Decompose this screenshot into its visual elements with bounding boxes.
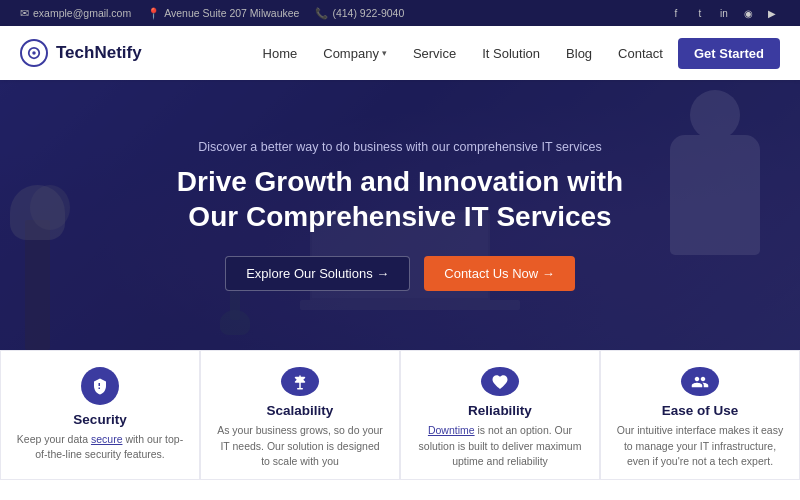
nav-home[interactable]: Home — [252, 40, 309, 67]
svg-point-1 — [32, 51, 36, 55]
heart-icon — [491, 373, 509, 391]
feature-ease-of-use: Ease of Use Our intuitive interface make… — [600, 350, 800, 480]
hero-title-line1: Drive Growth and Innovation with — [177, 166, 623, 197]
email-info: ✉ example@gmail.com — [20, 7, 131, 19]
reliability-desc: Downtime is not an option. Our solution … — [415, 423, 585, 469]
youtube-icon[interactable]: ▶ — [764, 5, 780, 21]
top-bar-left: ✉ example@gmail.com 📍 Avenue Suite 207 M… — [20, 7, 404, 20]
feature-scalability: Scalability As your business grows, so d… — [200, 350, 400, 480]
logo-icon — [20, 39, 48, 67]
logo-text: TechNetify — [56, 43, 142, 63]
logo: TechNetify — [20, 39, 142, 67]
nav-links: Home Company ▾ Service It Solution Blog … — [252, 38, 780, 69]
security-link[interactable]: secure — [91, 433, 123, 445]
downtime-link[interactable]: Downtime — [428, 424, 475, 436]
ease-of-use-title: Ease of Use — [662, 403, 739, 418]
hero-buttons: Explore Our Solutions → Contact Us Now → — [177, 256, 623, 291]
nav-company[interactable]: Company ▾ — [312, 40, 398, 67]
phone-text: (414) 922-9040 — [332, 7, 404, 19]
users-icon — [691, 373, 709, 391]
hero-content: Discover a better way to do business wit… — [137, 140, 663, 291]
hero-title-line2: Our Comprehensive IT Services — [188, 201, 611, 232]
feature-security: Security Keep your data secure with our … — [0, 350, 200, 480]
email-text: example@gmail.com — [33, 7, 131, 19]
security-desc: Keep your data secure with our top-of-th… — [15, 432, 185, 462]
address-info: 📍 Avenue Suite 207 Milwaukee — [147, 7, 299, 20]
address-text: Avenue Suite 207 Milwaukee — [164, 7, 299, 19]
ease-of-use-desc: Our intuitive interface makes it easy to… — [615, 423, 785, 469]
linkedin-icon[interactable]: ◉ — [740, 5, 756, 21]
contact-us-button[interactable]: Contact Us Now → — [424, 256, 575, 291]
hero-subtitle: Discover a better way to do business wit… — [177, 140, 623, 154]
location-icon: 📍 — [147, 7, 160, 20]
phone-info: 📞 (414) 922-9040 — [315, 7, 404, 20]
security-icon-wrap — [81, 367, 119, 405]
reliability-icon-wrap — [481, 367, 519, 396]
scalability-title: Scalability — [267, 403, 334, 418]
shield-icon — [91, 377, 109, 395]
twitter-icon[interactable]: t — [692, 5, 708, 21]
explore-solutions-button[interactable]: Explore Our Solutions → — [225, 256, 410, 291]
security-title: Security — [73, 412, 126, 427]
company-dropdown-icon: ▾ — [382, 48, 387, 58]
get-started-button[interactable]: Get Started — [678, 38, 780, 69]
phone-icon: 📞 — [315, 7, 328, 20]
instagram-icon[interactable]: in — [716, 5, 732, 21]
scalability-icon-wrap — [281, 367, 319, 396]
hero-section: Discover a better way to do business wit… — [0, 80, 800, 350]
feature-reliability: Reliability Downtime is not an option. O… — [400, 350, 600, 480]
nav-blog[interactable]: Blog — [555, 40, 603, 67]
nav-contact[interactable]: Contact — [607, 40, 674, 67]
scale-icon — [291, 373, 309, 391]
ease-of-use-icon-wrap — [681, 367, 719, 396]
hero-title: Drive Growth and Innovation with Our Com… — [177, 164, 623, 234]
nav-service[interactable]: Service — [402, 40, 467, 67]
navbar: TechNetify Home Company ▾ Service It Sol… — [0, 26, 800, 80]
facebook-icon[interactable]: f — [668, 5, 684, 21]
features-section: Security Keep your data secure with our … — [0, 350, 800, 480]
email-icon: ✉ — [20, 7, 29, 19]
nav-it-solution[interactable]: It Solution — [471, 40, 551, 67]
scalability-desc: As your business grows, so do your IT ne… — [215, 423, 385, 469]
social-links: f t in ◉ ▶ — [668, 5, 780, 21]
reliability-title: Reliability — [468, 403, 532, 418]
top-bar: ✉ example@gmail.com 📍 Avenue Suite 207 M… — [0, 0, 800, 26]
